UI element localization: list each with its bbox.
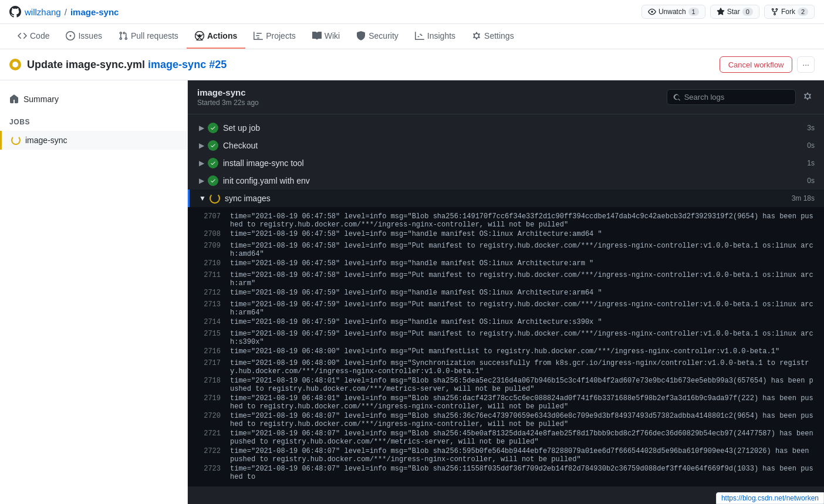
log-line-number: 2717 xyxy=(197,359,221,367)
tab-insights[interactable]: Insights xyxy=(407,24,464,49)
log-line-number: 2711 xyxy=(197,271,221,279)
log-line: 2714time="2021-08-19 06:47:59" level=inf… xyxy=(188,317,824,329)
tab-wiki[interactable]: Wiki xyxy=(304,24,348,49)
log-line-text: time="2021-08-19 06:47:59" level=info ms… xyxy=(230,300,815,317)
jobs-section-header: Jobs xyxy=(0,113,187,131)
log-line-number: 2708 xyxy=(197,230,221,238)
unwatch-button[interactable]: Unwatch 1 xyxy=(641,5,705,19)
log-line: 2713time="2021-08-19 06:47:59" level=inf… xyxy=(188,300,824,317)
workflow-title: Update image-sync.yml image-sync #25 xyxy=(9,59,227,71)
step-set-up-job[interactable]: ▶ Set up job 3s xyxy=(188,119,824,137)
search-icon xyxy=(673,93,681,102)
log-line: 2723time="2021-08-19 06:48:07" level=inf… xyxy=(188,464,824,482)
log-line-number: 2721 xyxy=(197,429,221,438)
repo-separator: / xyxy=(65,7,67,17)
wiki-icon xyxy=(312,31,322,40)
steps-list: ▶ Set up job 3s ▶ Checkout 0s ▶ xyxy=(188,114,824,491)
log-line: 2718time="2021-08-19 06:48:01" level=inf… xyxy=(188,376,824,394)
workflow-title-prefix: Update image-sync.yml xyxy=(27,59,145,70)
log-title-group: image-sync Started 3m 22s ago xyxy=(197,87,259,107)
svg-point-0 xyxy=(198,35,201,38)
fork-button[interactable]: Fork 2 xyxy=(764,5,815,19)
chevron-right-icon: ▶ xyxy=(199,177,204,185)
step-name: init config.yaml with env xyxy=(223,176,807,185)
step-name: install image-sync tool xyxy=(223,158,807,168)
log-line-number: 2707 xyxy=(197,212,221,221)
step-duration: 0s xyxy=(807,177,815,185)
step-success-icon xyxy=(208,123,218,133)
step-name: Checkout xyxy=(223,141,807,150)
log-line: 2722time="2021-08-19 06:48:07" level=inf… xyxy=(188,447,824,464)
unwatch-count: 1 xyxy=(688,8,699,16)
step-install-tool[interactable]: ▶ install image-sync tool 1s xyxy=(188,154,824,172)
log-settings-button[interactable] xyxy=(801,89,815,105)
step-sync-images[interactable]: ▼ sync images 3m 18s xyxy=(188,190,824,207)
main-layout: Summary Jobs image-sync image-sync Start… xyxy=(0,80,824,504)
log-search-area xyxy=(667,89,815,105)
tab-settings[interactable]: Settings xyxy=(464,24,522,49)
log-line: 2710time="2021-08-19 06:47:58" level=inf… xyxy=(188,259,824,270)
top-actions: Unwatch 1 Star 0 Fork 2 xyxy=(641,5,815,19)
log-line-text: time="2021-08-19 06:48:01" level=info ms… xyxy=(230,394,815,411)
star-button[interactable]: Star 0 xyxy=(710,5,759,19)
step-name: Set up job xyxy=(223,123,807,133)
more-options-button[interactable]: ··· xyxy=(797,56,815,73)
octocat-icon xyxy=(9,6,21,18)
log-line-text: time="2021-08-19 06:48:00" level=info ms… xyxy=(230,359,815,376)
pr-icon xyxy=(119,31,128,40)
sidebar-summary-item[interactable]: Summary xyxy=(0,90,187,109)
step-checkout[interactable]: ▶ Checkout 0s xyxy=(188,137,824,154)
checkmark-icon xyxy=(210,125,216,131)
log-line-number: 2712 xyxy=(197,289,221,297)
log-line: 2707time="2021-08-19 06:47:58" level=inf… xyxy=(188,212,824,229)
workflow-icon-inner xyxy=(12,62,18,67)
issues-icon xyxy=(66,31,75,40)
tab-pullrequests[interactable]: Pull requests xyxy=(110,24,187,49)
log-title: image-sync xyxy=(197,87,259,97)
chevron-down-icon: ▼ xyxy=(199,194,206,202)
checkmark-icon xyxy=(210,160,216,166)
log-line: 2720time="2021-08-19 06:48:07" level=inf… xyxy=(188,411,824,429)
repo-name-link[interactable]: image-sync xyxy=(70,7,119,17)
search-input[interactable] xyxy=(684,93,789,102)
checkmark-icon xyxy=(210,178,216,184)
checkmark-icon xyxy=(210,143,216,148)
step-duration: 3s xyxy=(807,124,815,132)
tab-projects[interactable]: Projects xyxy=(245,24,304,49)
log-subtitle: Started 3m 22s ago xyxy=(197,99,259,107)
log-line-text: time="2021-08-19 06:47:59" level=info ms… xyxy=(230,330,815,346)
sidebar-job-image-sync[interactable]: image-sync xyxy=(0,131,187,150)
log-line-number: 2723 xyxy=(197,465,221,473)
log-line: 2721time="2021-08-19 06:48:07" level=inf… xyxy=(188,429,824,447)
log-line-number: 2719 xyxy=(197,394,221,402)
log-line-text: time="2021-08-19 06:47:58" level=info ms… xyxy=(230,230,815,238)
tab-issues[interactable]: Issues xyxy=(58,24,110,49)
log-line-text: time="2021-08-19 06:48:00" level=info ms… xyxy=(230,347,815,356)
repo-owner-link[interactable]: willzhang xyxy=(25,7,61,17)
log-line-text: time="2021-08-19 06:47:58" level=info ms… xyxy=(230,259,815,268)
url-bar: https://blog.csdn.net/networken xyxy=(716,492,824,504)
fork-count: 2 xyxy=(798,8,808,16)
step-init-config[interactable]: ▶ init config.yaml with env 0s xyxy=(188,172,824,190)
log-line: 2716time="2021-08-19 06:48:00" level=inf… xyxy=(188,347,824,358)
home-icon xyxy=(9,94,19,104)
log-line-number: 2714 xyxy=(197,318,221,326)
tab-security[interactable]: Security xyxy=(348,24,407,49)
log-line-text: time="2021-08-19 06:48:07" level=info ms… xyxy=(230,465,815,481)
gear-icon xyxy=(803,92,812,101)
chevron-right-icon: ▶ xyxy=(199,159,204,167)
actions-icon xyxy=(195,31,204,40)
tab-code[interactable]: Code xyxy=(9,24,58,49)
log-line: 2715time="2021-08-19 06:47:59" level=inf… xyxy=(188,329,824,347)
cancel-workflow-button[interactable]: Cancel workflow xyxy=(720,56,793,73)
summary-label: Summary xyxy=(23,94,59,104)
projects-icon xyxy=(254,31,263,40)
security-icon xyxy=(356,31,366,40)
log-content-area: image-sync Started 3m 22s ago ▶ xyxy=(188,80,824,504)
tab-actions[interactable]: Actions xyxy=(187,24,245,49)
step-duration: 0s xyxy=(807,141,815,150)
code-icon xyxy=(18,31,27,40)
log-line-number: 2720 xyxy=(197,412,221,420)
log-line-text: time="2021-08-19 06:47:59" level=info ms… xyxy=(230,318,815,326)
log-line-number: 2722 xyxy=(197,447,221,455)
